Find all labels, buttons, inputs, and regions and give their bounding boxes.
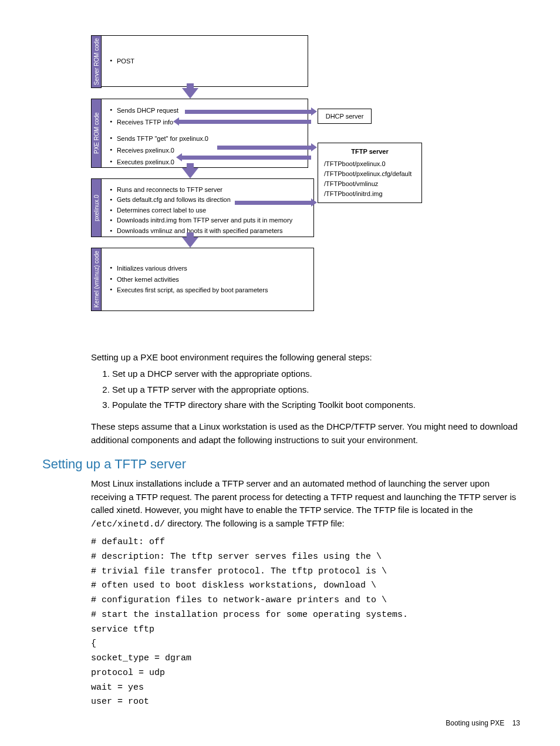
dhcp-server-label: DHCP server — [326, 113, 364, 120]
phase1-label: Server ROM code — [91, 35, 102, 88]
phase3-item: Downloads initrd.img from TFTP server an… — [110, 215, 305, 225]
phase2-label: PXE ROM code — [91, 99, 102, 168]
phase3-item: Downloads vmlinuz and boots it with spec… — [110, 226, 305, 236]
step-item: Populate the TFTP directory share with t… — [112, 399, 519, 412]
phase3-item: Runs and reconnects to TFTP server — [110, 185, 305, 195]
phase4-item: Initializes various drivers — [110, 263, 268, 274]
arrow-right-icon — [217, 146, 311, 150]
steps-list: Set up a DHCP server with the appropriat… — [91, 367, 519, 414]
tftp-server-line: /TFTPboot/initrd.img — [324, 189, 416, 199]
note-paragraph: These steps assume that a Linux workstat… — [91, 420, 519, 447]
arrow-right-icon — [185, 110, 311, 114]
phase-pxelinux: pxelinux.0 Runs and reconnects to TFTP s… — [91, 178, 314, 237]
down-arrow-icon — [182, 168, 198, 178]
para-text: Most Linux installations include a TFTP … — [91, 478, 516, 515]
dhcp-server-box: DHCP server — [318, 109, 372, 124]
arrow-left-icon — [182, 156, 311, 160]
phase3-item: Determines correct label to use — [110, 205, 305, 215]
footer-text: Booting using PXE — [446, 719, 504, 727]
tftp-server-line: /TFTPboot/pxelinux.cfg/default — [324, 169, 416, 179]
para-text: directory. The following is a sample TFT… — [165, 518, 345, 528]
step-item: Set up a DHCP server with the appropriat… — [112, 367, 519, 381]
phase-server-rom: Server ROM code POST — [91, 35, 308, 88]
page-footer: Booting using PXE 13 — [446, 719, 520, 727]
tftp-server-box: TFTP server /TFTPboot/pxelinux.0 /TFTPbo… — [318, 143, 422, 203]
code-block: # default: off # description: The tftp s… — [91, 535, 519, 710]
section-paragraph: Most Linux installations include a TFTP … — [91, 477, 519, 531]
footer-page-number: 13 — [512, 719, 520, 727]
phase-kernel: Kernel (vmlinuz) code Initializes variou… — [91, 248, 314, 311]
arrow-left-icon — [179, 120, 311, 124]
tftp-server-line: /TFTPboot/pxelinux.0 — [324, 159, 416, 169]
section-heading: Setting up a TFTP server — [42, 457, 186, 472]
phase4-item: Other kernel activities — [110, 274, 268, 285]
phase4-item: Executes first script, as specified by b… — [110, 285, 268, 296]
down-arrow-icon — [182, 237, 198, 248]
down-arrow-icon — [182, 88, 198, 99]
phase4-label: Kernel (vmlinuz) code — [91, 248, 102, 311]
phase1-item: POST — [110, 56, 134, 67]
phase2-item: Sends TFTP "get" for pxelinux.0 — [110, 133, 299, 144]
arrow-right-icon — [235, 201, 311, 205]
phase3-label: pxelinux.0 — [91, 178, 102, 237]
tftp-server-line: /TFTPboot/vmlinuz — [324, 179, 416, 189]
tftp-server-title: TFTP server — [324, 147, 416, 157]
intro-paragraph: Setting up a PXE boot environment requir… — [91, 351, 519, 364]
step-item: Set up a TFTP server with the appropriat… — [112, 383, 519, 397]
inline-code: /etc/xinetd.d/ — [91, 519, 165, 529]
pxe-boot-diagram: Server ROM code POST PXE ROM code Sends … — [91, 35, 426, 332]
